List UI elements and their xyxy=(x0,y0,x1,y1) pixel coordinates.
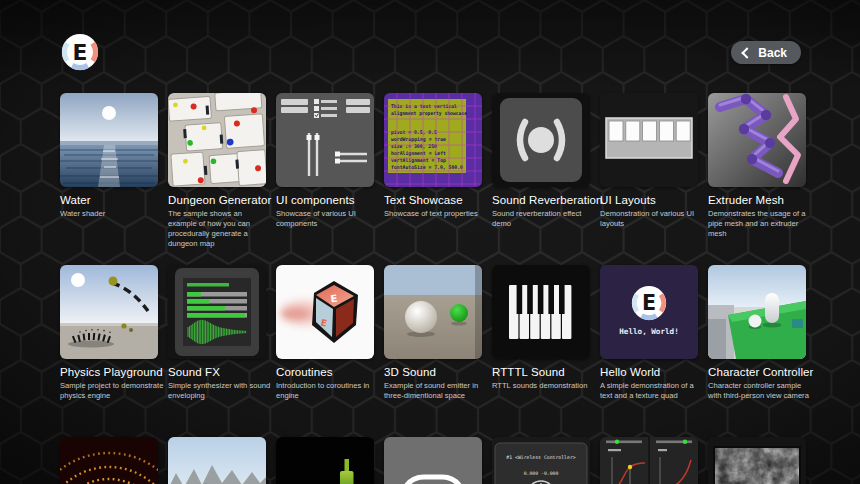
card-title: 3D Sound xyxy=(384,366,482,378)
svg-text:fontAutoSize = 7.0, 500.0: fontAutoSize = 7.0, 500.0 xyxy=(391,164,463,170)
back-button[interactable]: Back xyxy=(731,41,801,64)
sample-card-text-showcase[interactable]: This is a text vertical alignment proper… xyxy=(384,93,482,255)
svg-text:wordWrapping = true: wordWrapping = true xyxy=(391,136,446,143)
sample-card-terrain[interactable] xyxy=(168,437,266,484)
chevron-left-icon xyxy=(742,47,753,58)
thumbnail-ui-components xyxy=(276,93,374,187)
thumbnail-wireless-controller: #1 <Wireless Controller> 0.000 -0.000 xyxy=(492,437,590,484)
card-title: Dungeon Generator xyxy=(168,194,266,206)
card-title: UI Layouts xyxy=(600,194,698,206)
engine-logo-icon: E xyxy=(61,33,99,71)
sample-card-noise-texture[interactable] xyxy=(708,437,806,484)
sample-card-rtttl-sound[interactable]: RTTTL Sound RTTL sounds demonstration xyxy=(492,265,590,427)
svg-text:E: E xyxy=(642,291,656,315)
card-description: Demonstrates the usage of a pipe mesh an… xyxy=(708,209,812,239)
sample-card-gamepad-outline[interactable] xyxy=(384,437,482,484)
thumbnail-bottle-scene xyxy=(276,437,374,484)
card-description: Water shader xyxy=(60,209,164,219)
card-description: Demonstration of various UI layouts xyxy=(600,209,704,229)
logo-letter: E xyxy=(73,40,88,65)
card-title: Coroutines xyxy=(276,366,374,378)
card-title: Physics Playground xyxy=(60,366,158,378)
back-button-label: Back xyxy=(758,46,787,60)
sample-card-extruder-mesh[interactable]: Extruder Mesh Demonstrates the usage of … xyxy=(708,93,806,255)
card-description: Showcase of various UI components xyxy=(276,209,380,229)
thumbnail-extruder-mesh xyxy=(708,93,806,187)
sample-card-3d-sound[interactable]: 3D Sound Example of sound emitter in thr… xyxy=(384,265,482,427)
thumbnail-sound-reverberation xyxy=(492,93,590,187)
sample-card-bottle-scene[interactable] xyxy=(276,437,374,484)
card-description: Showcase of text properties xyxy=(384,209,488,219)
card-title: Sound Reverberation xyxy=(492,194,590,206)
thumbnail-ui-layouts xyxy=(600,93,698,187)
thumbnail-particle-fountain xyxy=(60,437,158,484)
card-title: Sound FX xyxy=(168,366,266,378)
card-title: Water xyxy=(60,194,158,206)
card-title: RTTTL Sound xyxy=(492,366,590,378)
hello-world-text: Hello, World! xyxy=(619,327,678,336)
card-title: Extruder Mesh xyxy=(708,194,806,206)
card-description: The sample shows an example of how you c… xyxy=(168,209,272,249)
card-title: Character Controller xyxy=(708,366,806,378)
sample-card-sound-reverberation[interactable]: Sound Reverberation Sound reverberation … xyxy=(492,93,590,255)
card-description: Character controller sample with third-p… xyxy=(708,381,812,401)
sample-card-wireless-controller[interactable]: #1 <Wireless Controller> 0.000 -0.000 xyxy=(492,437,590,484)
sample-card-water[interactable]: Water Water shader xyxy=(60,93,158,255)
thumbnail-physics-playground xyxy=(60,265,158,359)
card-description: Introduction to coroutines in engine xyxy=(276,381,380,401)
thumbnail-text-showcase: This is a text vertical alignment proper… xyxy=(384,93,482,187)
thumbnail-3d-sound xyxy=(384,265,482,359)
svg-text:#1 <Wireless Controller>: #1 <Wireless Controller> xyxy=(506,455,575,460)
thumbnail-terrain xyxy=(168,437,266,484)
thumbnail-dungeon-generator xyxy=(168,93,266,187)
thumbnail-gamepad-outline xyxy=(384,437,482,484)
card-description: Sample project to demonstrate physics en… xyxy=(60,381,164,401)
thumbnail-sound-fx xyxy=(168,265,266,359)
thumbnail-rtttl-sound xyxy=(492,265,590,359)
sample-grid: Water Water shader xyxy=(60,93,806,484)
sample-card-dungeon-generator[interactable]: Dungeon Generator The sample shows an ex… xyxy=(168,93,266,255)
sample-card-ui-layouts[interactable]: UI Layouts Demonstration of various UI l… xyxy=(600,93,698,255)
thumbnail-hello-world: E Hello, World! xyxy=(600,265,698,359)
thumbnail-curve-editor xyxy=(600,437,698,484)
sample-card-hello-world[interactable]: E Hello, World! Hello World A simple dem… xyxy=(600,265,698,427)
svg-text:alignment property showcase: alignment property showcase xyxy=(391,110,467,117)
thumbnail-coroutines: E E xyxy=(276,265,374,359)
thumbnail-character-controller xyxy=(708,265,806,359)
sample-card-curve-editor[interactable] xyxy=(600,437,698,484)
engine-logo-icon: E xyxy=(632,286,666,320)
sample-card-sound-fx[interactable]: Sound FX Simple synthesizer with sound e… xyxy=(168,265,266,427)
sample-card-ui-components[interactable]: UI components Showcase of various UI com… xyxy=(276,93,374,255)
card-title: Text Showcase xyxy=(384,194,482,206)
sample-card-coroutines[interactable]: E E Coroutines Introduction to coroutine… xyxy=(276,265,374,427)
card-description: Example of sound emitter in three-diment… xyxy=(384,381,488,401)
thumbnail-noise-texture xyxy=(708,437,806,484)
sample-card-physics-playground[interactable]: Physics Playground Sample project to dem… xyxy=(60,265,158,427)
svg-text:size := 300, 250: size := 300, 250 xyxy=(391,143,437,149)
thumbnail-water xyxy=(60,93,158,187)
card-description: A simple demonstration of a text and a t… xyxy=(600,381,704,401)
card-description: Simple synthesizer with sound enveloping xyxy=(168,381,272,401)
card-description: Sound reverberation effect demo xyxy=(492,209,596,229)
svg-text:0.000 -0.000: 0.000 -0.000 xyxy=(524,471,559,476)
sample-card-particle-fountain[interactable] xyxy=(60,437,158,484)
card-title: UI components xyxy=(276,194,374,206)
sample-card-character-controller[interactable]: Character Controller Character controlle… xyxy=(708,265,806,427)
svg-text:horAlignment = Left: horAlignment = Left xyxy=(391,150,446,157)
card-description: RTTL sounds demonstration xyxy=(492,381,596,391)
card-title: Hello World xyxy=(600,366,698,378)
header: E Back xyxy=(0,0,860,90)
